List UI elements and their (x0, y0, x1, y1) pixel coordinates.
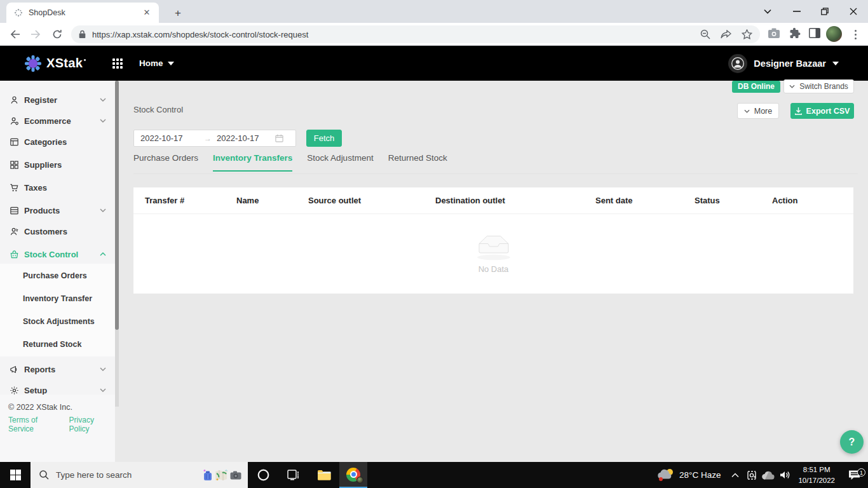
search-highlight-icons[interactable] (203, 469, 241, 482)
db-status-badge: DB Online (732, 81, 780, 93)
browser-menu-icon[interactable] (850, 27, 860, 42)
forward-button[interactable] (28, 27, 43, 42)
home-menu[interactable]: Home (139, 58, 174, 68)
sidebar-item-products[interactable]: Products (0, 203, 115, 218)
rows-icon (10, 206, 20, 215)
more-button[interactable]: More (737, 103, 779, 119)
sidebar-subitem-inventory-transfer[interactable]: Inventory Transfer (23, 294, 92, 303)
share-icon[interactable] (721, 30, 731, 39)
cortana-button[interactable] (248, 462, 278, 488)
tab-search-chevron-icon[interactable] (758, 4, 777, 19)
user-menu[interactable]: Designer Bazaar (728, 54, 839, 73)
sidebar-label: Suppliers (24, 160, 62, 170)
col-action: Action (772, 196, 842, 205)
sidebar-item-taxes[interactable]: Taxes (0, 180, 115, 195)
no-data-text: No Data (478, 264, 509, 274)
favicon-icon (14, 8, 23, 17)
lock-icon[interactable] (79, 30, 86, 39)
brand[interactable]: XStak (24, 55, 86, 72)
date-range-picker[interactable]: 2022-10-17 → 2022-10-17 (133, 130, 296, 147)
onedrive-icon[interactable] (760, 471, 776, 480)
sidebar-item-customers[interactable]: Customers (0, 224, 115, 239)
tab-inventory-transfers[interactable]: Inventory Transfers (213, 153, 292, 172)
back-button[interactable] (8, 27, 23, 42)
weather-icon (657, 469, 674, 482)
sidebar-subitem-returned-stock[interactable]: Returned Stock (23, 340, 81, 349)
side-panel-icon[interactable] (808, 27, 821, 39)
sidebar-subitem-stock-adjustments[interactable]: Stock Adjustments (23, 317, 95, 326)
window-minimize-button[interactable] (787, 4, 806, 19)
arrow-right-icon: → (204, 134, 212, 143)
sidebar-label: Customers (24, 227, 67, 236)
screenshot-camera-icon[interactable] (768, 27, 780, 39)
file-explorer-button[interactable] (309, 462, 339, 488)
new-tab-button[interactable]: + (170, 6, 186, 21)
tab-purchase-orders[interactable]: Purchase Orders (133, 153, 198, 170)
date-to-input[interactable]: 2022-10-17 (217, 133, 275, 143)
help-button[interactable]: ? (840, 430, 864, 454)
col-source-outlet: Source outlet (308, 196, 435, 205)
weather-widget[interactable]: 28°C Haze (651, 469, 727, 482)
sidebar-item-categories[interactable]: Categories (0, 134, 115, 149)
bookmark-star-icon[interactable] (742, 29, 752, 39)
window-close-button[interactable] (844, 4, 863, 19)
chevron-down-icon (100, 388, 106, 392)
user-name: Designer Bazaar (754, 58, 826, 69)
chevron-down-icon (100, 208, 106, 212)
sidebar-subitem-purchase-orders[interactable]: Purchase Orders (23, 271, 87, 280)
chrome-taskbar-button[interactable] (339, 462, 367, 488)
more-label: More (754, 107, 772, 116)
xstak-logo-icon (24, 55, 42, 72)
sidebar-label: Ecommerce (24, 116, 71, 126)
page-title: Stock Control (133, 105, 183, 114)
extensions-puzzle-icon[interactable] (789, 27, 801, 39)
brand-name: XStak (46, 56, 83, 71)
volume-icon[interactable] (776, 470, 793, 480)
sidebar-item-register[interactable]: Register (0, 92, 115, 107)
taskbar-clock[interactable]: 8:51 PM 10/17/2022 (793, 464, 840, 485)
tray-chevron-up-icon[interactable] (727, 473, 743, 478)
sidebar-item-stock-control[interactable]: Stock Control (0, 247, 115, 262)
sidebar-footer: © 2022 XStak Inc. Terms of Service Priva… (0, 395, 115, 462)
meet-now-icon[interactable] (743, 470, 760, 480)
sidebar-item-ecommerce[interactable]: Ecommerce (0, 113, 115, 128)
sidebar-item-suppliers[interactable]: Suppliers (0, 157, 115, 172)
transfers-table: Transfer # Name Source outlet Destinatio… (133, 187, 853, 294)
action-center-button[interactable]: 1 (840, 470, 868, 480)
apps-grid-icon[interactable] (112, 58, 123, 69)
tab-stock-adjustment[interactable]: Stock Adjustment (307, 153, 373, 170)
tab-bar: Purchase Orders Inventory Transfers Stoc… (133, 153, 858, 174)
terms-link[interactable]: Terms of Service (8, 416, 64, 433)
list-icon (10, 137, 20, 147)
window-restore-button[interactable] (815, 4, 834, 19)
col-destination-outlet: Destination outlet (435, 196, 595, 205)
tab-returned-stock[interactable]: Returned Stock (388, 153, 447, 170)
col-transfer: Transfer # (133, 196, 236, 205)
task-view-button[interactable] (278, 462, 309, 488)
url-text[interactable]: https://xap.xstak.com/shopdesk/stock-con… (92, 30, 690, 39)
download-icon (795, 107, 802, 115)
tab-close-icon[interactable]: ✕ (141, 7, 153, 18)
sidebar-label: Categories (24, 137, 67, 147)
sidebar-item-reports[interactable]: Reports (0, 362, 115, 377)
app-body: Register Ecommerce Categories Suppliers … (0, 81, 868, 462)
people-icon (10, 227, 20, 236)
taskbar-search-input[interactable]: Type here to search (31, 462, 248, 488)
browser-tab[interactable]: ShopDesk ✕ (6, 3, 159, 23)
megaphone-icon (10, 365, 20, 374)
privacy-link[interactable]: Privacy Policy (69, 416, 115, 433)
browser-profile-avatar[interactable] (826, 26, 842, 42)
switch-brands-button[interactable]: Switch Brands (783, 79, 854, 93)
start-button[interactable] (0, 462, 31, 488)
date-from-input[interactable]: 2022-10-17 (140, 133, 199, 143)
col-status: Status (695, 196, 772, 205)
zoom-out-icon[interactable] (700, 29, 710, 39)
main-content: DB Online Switch Brands Stock Control Mo… (119, 81, 868, 462)
refresh-button[interactable] (50, 27, 65, 42)
address-bar[interactable]: https://xap.xstak.com/shopdesk/stock-con… (71, 25, 760, 43)
browser-tabstrip: ShopDesk ✕ + (0, 0, 868, 23)
export-csv-label: Export CSV (806, 107, 850, 116)
export-csv-button[interactable]: Export CSV (790, 103, 854, 119)
fetch-button[interactable]: Fetch (306, 130, 342, 147)
home-menu-label: Home (139, 58, 163, 68)
